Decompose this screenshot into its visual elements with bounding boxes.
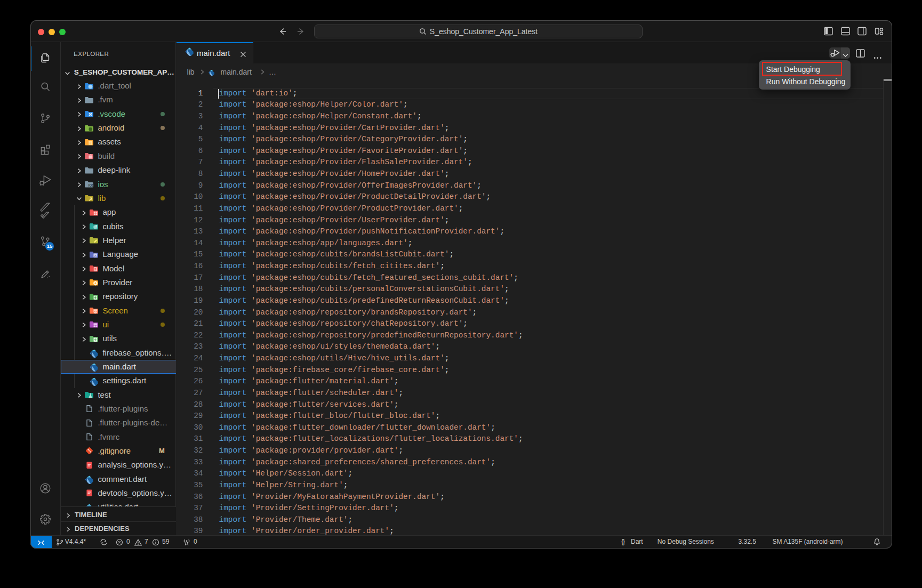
svg-text:<>: <> <box>94 310 98 313</box>
svg-text:A: A <box>94 254 97 257</box>
svg-text:iOS: iOS <box>88 183 93 187</box>
